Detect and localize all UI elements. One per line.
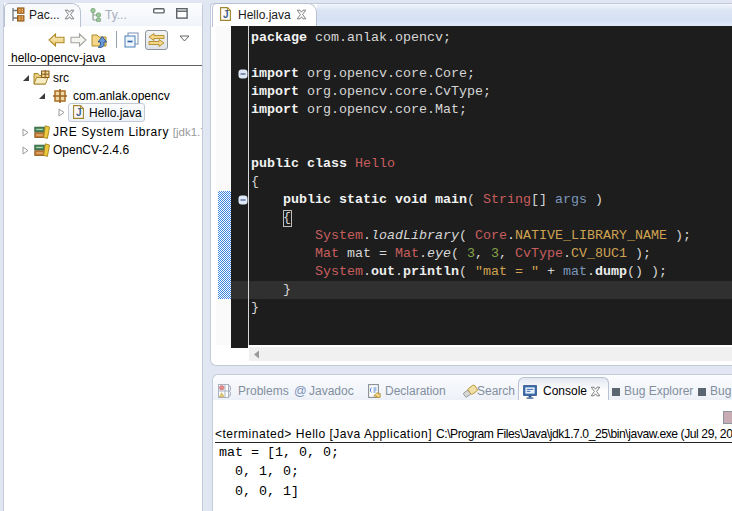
svg-text:J: J: [223, 9, 229, 20]
svg-text:J: J: [76, 107, 82, 118]
